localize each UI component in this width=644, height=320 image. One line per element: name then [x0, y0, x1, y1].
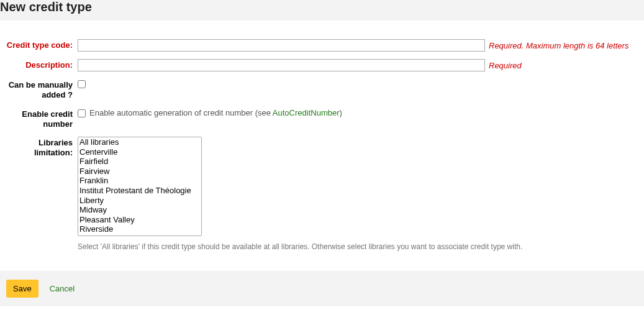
code-label: Credit type code:: [0, 39, 78, 50]
library-option[interactable]: Centerville: [78, 147, 201, 157]
library-option[interactable]: All libraries: [78, 137, 201, 147]
description-label: Description:: [0, 59, 78, 70]
page-header: New credit type: [0, 0, 644, 21]
library-option[interactable]: Riverside: [78, 224, 201, 234]
library-option[interactable]: Institut Protestant de Théologie: [78, 186, 201, 196]
page-title: New credit type: [0, 0, 638, 14]
enable-number-checkbox[interactable]: [78, 109, 86, 117]
enable-number-label: Enable credit number: [0, 108, 78, 130]
manual-checkbox[interactable]: [78, 80, 86, 88]
library-option[interactable]: Liberty: [78, 196, 201, 206]
autocreditnumber-link[interactable]: AutoCreditNumber: [273, 108, 340, 117]
libraries-label: Libraries limitation:: [0, 137, 78, 158]
libraries-help: Select 'All libraries' if this credit ty…: [78, 242, 635, 251]
description-input[interactable]: [78, 59, 485, 71]
cancel-button[interactable]: Cancel: [50, 284, 75, 293]
form-body: Credit type code: Required. Maximum leng…: [0, 21, 644, 271]
library-option[interactable]: Franklin: [78, 176, 201, 186]
form-footer: Save Cancel: [0, 271, 644, 306]
description-hint: Required: [489, 61, 522, 70]
library-option[interactable]: Pleasant Valley: [78, 215, 201, 225]
enable-number-text: Enable automatic generation of credit nu…: [89, 108, 342, 117]
enable-number-text-1: Enable automatic generation of credit nu…: [89, 108, 273, 117]
library-option[interactable]: Fairview: [78, 167, 201, 176]
library-option[interactable]: Midway: [78, 205, 201, 215]
code-input[interactable]: [78, 39, 485, 52]
manual-label: Can be manually added ?: [0, 79, 78, 101]
libraries-select[interactable]: All librariesCentervilleFairfieldFairvie…: [78, 137, 202, 236]
enable-number-text-2: ): [340, 108, 342, 117]
save-button[interactable]: Save: [6, 280, 39, 298]
code-hint: Required. Maximum length is 64 letters: [489, 41, 628, 50]
library-option[interactable]: Fairfield: [78, 157, 201, 167]
